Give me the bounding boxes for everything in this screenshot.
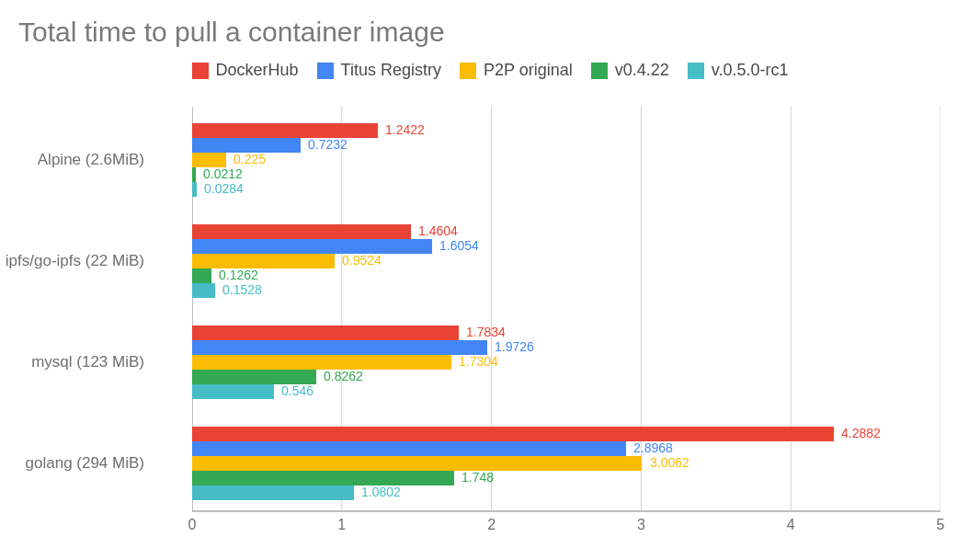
bar-value-label: 0.8262: [324, 369, 363, 383]
bar-titus: [192, 340, 487, 355]
bar-dockerhub: [192, 325, 459, 340]
legend-swatch: [460, 63, 476, 79]
bar-value-label: 1.7834: [466, 325, 506, 339]
legend-label: v.0.5.0-rc1: [712, 61, 789, 80]
x-tick-label: 5: [937, 517, 945, 533]
bar-v050rc1: [192, 485, 354, 500]
y-category-label: mysql (123 MiB): [31, 353, 144, 371]
bar-value-label: 1.2422: [385, 122, 425, 137]
legend-label: P2P original: [484, 61, 573, 80]
bar-p2p: [192, 254, 335, 268]
plot-area: 0 1 2 3 4 5 Alpine (2.6MiB) ipfs/go-ipfs…: [192, 107, 940, 511]
bar-titus: [192, 441, 626, 456]
bar-value-label: 0.7232: [308, 137, 348, 152]
bar-titus: [192, 239, 432, 254]
legend-item: v.0.5.0-rc1: [688, 61, 789, 80]
legend-swatch: [591, 63, 608, 79]
bar-value-label: 0.9524: [342, 253, 382, 268]
bar-value-label: 1.4604: [418, 223, 458, 238]
bar-value-label: 2.8968: [633, 440, 673, 455]
bar-v050rc1: [192, 283, 215, 298]
bar-value-label: 1.0802: [361, 485, 401, 499]
legend-swatch: [317, 63, 334, 79]
bar-value-label: 1.7304: [459, 354, 498, 369]
bar-value-label: 0.225: [234, 152, 266, 166]
bar-dockerhub: [192, 123, 378, 138]
bar-value-label: 0.0212: [203, 166, 243, 181]
bar-p2p: [192, 456, 642, 471]
legend-label: Titus Registry: [341, 61, 441, 80]
bar-dockerhub: [192, 427, 834, 441]
chart-title: Total time to pull a container image: [18, 17, 445, 48]
bar-value-label: 1.9726: [495, 339, 534, 354]
bar-v050rc1: [192, 384, 274, 399]
bar-value-label: 1.748: [462, 470, 494, 485]
legend-label: DockerHub: [216, 61, 299, 80]
x-tick-label: 2: [487, 517, 496, 533]
legend-item: v0.4.22: [591, 61, 669, 80]
x-tick-label: 4: [787, 517, 795, 533]
x-tick-label: 3: [637, 517, 645, 533]
bar-value-label: 0.1262: [219, 268, 258, 282]
chart-container: Total time to pull a container image Doc…: [0, 0, 980, 548]
legend-item: P2P original: [460, 61, 573, 80]
bar-value-label: 3.0062: [650, 455, 689, 470]
bar-titus: [192, 138, 301, 153]
bar-p2p: [192, 153, 226, 167]
bar-v0422: [192, 167, 196, 182]
bar-value-label: 1.6054: [439, 238, 479, 253]
bar-value-label: 4.2882: [841, 426, 881, 440]
legend-swatch: [192, 63, 209, 79]
legend-swatch: [688, 63, 704, 79]
x-tick-label: 0: [188, 517, 197, 533]
y-category-label: golang (294 MiB): [26, 454, 144, 473]
y-category-label: Alpine (2.6MiB): [38, 151, 144, 169]
bar-dockerhub: [192, 224, 411, 239]
legend: DockerHub Titus Registry P2P original v0…: [0, 61, 980, 80]
x-tick-label: 1: [337, 517, 346, 533]
legend-item: DockerHub: [192, 61, 299, 80]
bar-value-label: 0.0284: [204, 181, 244, 196]
bar-value-label: 0.1528: [222, 282, 262, 297]
y-category-label: ipfs/go-ipfs (22 MiB): [6, 252, 144, 270]
bar-v050rc1: [192, 182, 197, 197]
bar-value-label: 0.546: [281, 383, 313, 398]
bar-p2p: [192, 355, 451, 370]
bar-v0422: [192, 471, 454, 485]
legend-item: Titus Registry: [317, 61, 441, 80]
legend-label: v0.4.22: [615, 61, 669, 80]
bar-v0422: [192, 268, 211, 283]
bar-v0422: [192, 370, 316, 384]
